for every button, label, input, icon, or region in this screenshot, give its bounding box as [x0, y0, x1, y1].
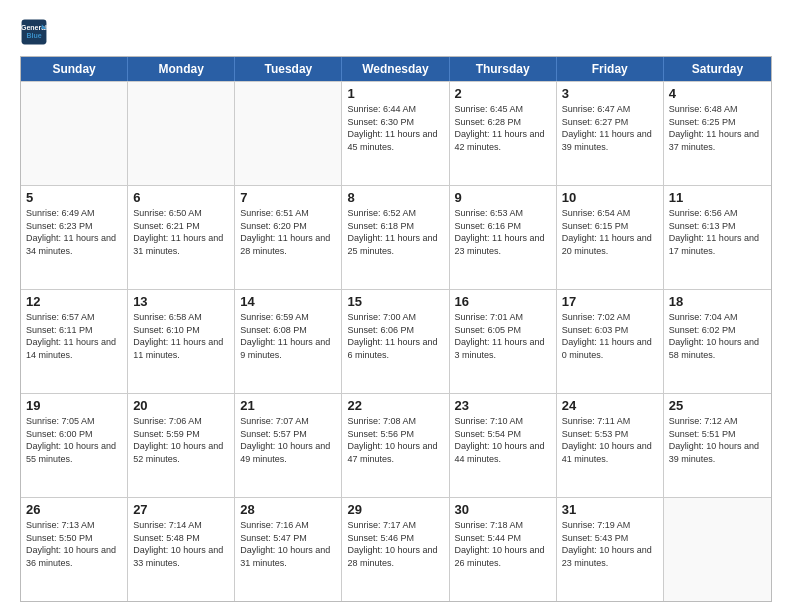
cell-info: Sunrise: 7:01 AM Sunset: 6:05 PM Dayligh… — [455, 311, 551, 361]
cell-info: Sunrise: 7:16 AM Sunset: 5:47 PM Dayligh… — [240, 519, 336, 569]
day-number: 1 — [347, 86, 443, 101]
header-day-saturday: Saturday — [664, 57, 771, 81]
calendar-body: 1Sunrise: 6:44 AM Sunset: 6:30 PM Daylig… — [21, 81, 771, 601]
cell-info: Sunrise: 6:44 AM Sunset: 6:30 PM Dayligh… — [347, 103, 443, 153]
day-number: 13 — [133, 294, 229, 309]
day-number: 31 — [562, 502, 658, 517]
header-day-sunday: Sunday — [21, 57, 128, 81]
calendar-cell-27: 27Sunrise: 7:14 AM Sunset: 5:48 PM Dayli… — [128, 498, 235, 601]
calendar-cell-13: 13Sunrise: 6:58 AM Sunset: 6:10 PM Dayli… — [128, 290, 235, 393]
day-number: 27 — [133, 502, 229, 517]
calendar-row-3: 19Sunrise: 7:05 AM Sunset: 6:00 PM Dayli… — [21, 393, 771, 497]
day-number: 2 — [455, 86, 551, 101]
day-number: 23 — [455, 398, 551, 413]
calendar-cell-2: 2Sunrise: 6:45 AM Sunset: 6:28 PM Daylig… — [450, 82, 557, 185]
day-number: 18 — [669, 294, 766, 309]
cell-info: Sunrise: 6:59 AM Sunset: 6:08 PM Dayligh… — [240, 311, 336, 361]
calendar-cell-12: 12Sunrise: 6:57 AM Sunset: 6:11 PM Dayli… — [21, 290, 128, 393]
cell-info: Sunrise: 6:51 AM Sunset: 6:20 PM Dayligh… — [240, 207, 336, 257]
calendar-cell-28: 28Sunrise: 7:16 AM Sunset: 5:47 PM Dayli… — [235, 498, 342, 601]
calendar-cell-14: 14Sunrise: 6:59 AM Sunset: 6:08 PM Dayli… — [235, 290, 342, 393]
calendar-cell-24: 24Sunrise: 7:11 AM Sunset: 5:53 PM Dayli… — [557, 394, 664, 497]
day-number: 20 — [133, 398, 229, 413]
day-number: 19 — [26, 398, 122, 413]
day-number: 6 — [133, 190, 229, 205]
header: General Blue — [20, 18, 772, 46]
cell-info: Sunrise: 7:19 AM Sunset: 5:43 PM Dayligh… — [562, 519, 658, 569]
calendar-cell-21: 21Sunrise: 7:07 AM Sunset: 5:57 PM Dayli… — [235, 394, 342, 497]
header-day-tuesday: Tuesday — [235, 57, 342, 81]
day-number: 26 — [26, 502, 122, 517]
calendar-cell-16: 16Sunrise: 7:01 AM Sunset: 6:05 PM Dayli… — [450, 290, 557, 393]
day-number: 14 — [240, 294, 336, 309]
cell-info: Sunrise: 7:08 AM Sunset: 5:56 PM Dayligh… — [347, 415, 443, 465]
day-number: 16 — [455, 294, 551, 309]
cell-info: Sunrise: 6:48 AM Sunset: 6:25 PM Dayligh… — [669, 103, 766, 153]
calendar-cell-23: 23Sunrise: 7:10 AM Sunset: 5:54 PM Dayli… — [450, 394, 557, 497]
day-number: 21 — [240, 398, 336, 413]
cell-info: Sunrise: 7:17 AM Sunset: 5:46 PM Dayligh… — [347, 519, 443, 569]
calendar-cell-7: 7Sunrise: 6:51 AM Sunset: 6:20 PM Daylig… — [235, 186, 342, 289]
cell-info: Sunrise: 6:54 AM Sunset: 6:15 PM Dayligh… — [562, 207, 658, 257]
day-number: 15 — [347, 294, 443, 309]
header-day-wednesday: Wednesday — [342, 57, 449, 81]
cell-info: Sunrise: 7:02 AM Sunset: 6:03 PM Dayligh… — [562, 311, 658, 361]
calendar-cell-29: 29Sunrise: 7:17 AM Sunset: 5:46 PM Dayli… — [342, 498, 449, 601]
calendar-cell-empty — [235, 82, 342, 185]
calendar-cell-empty — [21, 82, 128, 185]
calendar-cell-22: 22Sunrise: 7:08 AM Sunset: 5:56 PM Dayli… — [342, 394, 449, 497]
cell-info: Sunrise: 6:52 AM Sunset: 6:18 PM Dayligh… — [347, 207, 443, 257]
calendar-header: SundayMondayTuesdayWednesdayThursdayFrid… — [21, 57, 771, 81]
calendar-cell-31: 31Sunrise: 7:19 AM Sunset: 5:43 PM Dayli… — [557, 498, 664, 601]
cell-info: Sunrise: 6:49 AM Sunset: 6:23 PM Dayligh… — [26, 207, 122, 257]
day-number: 29 — [347, 502, 443, 517]
cell-info: Sunrise: 6:53 AM Sunset: 6:16 PM Dayligh… — [455, 207, 551, 257]
cell-info: Sunrise: 6:58 AM Sunset: 6:10 PM Dayligh… — [133, 311, 229, 361]
calendar-cell-11: 11Sunrise: 6:56 AM Sunset: 6:13 PM Dayli… — [664, 186, 771, 289]
calendar-cell-4: 4Sunrise: 6:48 AM Sunset: 6:25 PM Daylig… — [664, 82, 771, 185]
day-number: 4 — [669, 86, 766, 101]
calendar-cell-empty — [664, 498, 771, 601]
cell-info: Sunrise: 7:05 AM Sunset: 6:00 PM Dayligh… — [26, 415, 122, 465]
calendar-cell-3: 3Sunrise: 6:47 AM Sunset: 6:27 PM Daylig… — [557, 82, 664, 185]
day-number: 22 — [347, 398, 443, 413]
cell-info: Sunrise: 7:00 AM Sunset: 6:06 PM Dayligh… — [347, 311, 443, 361]
cell-info: Sunrise: 7:11 AM Sunset: 5:53 PM Dayligh… — [562, 415, 658, 465]
calendar-cell-26: 26Sunrise: 7:13 AM Sunset: 5:50 PM Dayli… — [21, 498, 128, 601]
calendar-cell-1: 1Sunrise: 6:44 AM Sunset: 6:30 PM Daylig… — [342, 82, 449, 185]
day-number: 8 — [347, 190, 443, 205]
header-day-monday: Monday — [128, 57, 235, 81]
cell-info: Sunrise: 7:10 AM Sunset: 5:54 PM Dayligh… — [455, 415, 551, 465]
cell-info: Sunrise: 7:04 AM Sunset: 6:02 PM Dayligh… — [669, 311, 766, 361]
calendar-cell-8: 8Sunrise: 6:52 AM Sunset: 6:18 PM Daylig… — [342, 186, 449, 289]
calendar-cell-5: 5Sunrise: 6:49 AM Sunset: 6:23 PM Daylig… — [21, 186, 128, 289]
calendar-row-1: 5Sunrise: 6:49 AM Sunset: 6:23 PM Daylig… — [21, 185, 771, 289]
day-number: 9 — [455, 190, 551, 205]
day-number: 10 — [562, 190, 658, 205]
calendar-row-2: 12Sunrise: 6:57 AM Sunset: 6:11 PM Dayli… — [21, 289, 771, 393]
cell-info: Sunrise: 6:47 AM Sunset: 6:27 PM Dayligh… — [562, 103, 658, 153]
day-number: 11 — [669, 190, 766, 205]
header-day-friday: Friday — [557, 57, 664, 81]
logo: General Blue — [20, 18, 48, 46]
day-number: 30 — [455, 502, 551, 517]
day-number: 24 — [562, 398, 658, 413]
day-number: 12 — [26, 294, 122, 309]
calendar-cell-30: 30Sunrise: 7:18 AM Sunset: 5:44 PM Dayli… — [450, 498, 557, 601]
header-day-thursday: Thursday — [450, 57, 557, 81]
calendar-cell-6: 6Sunrise: 6:50 AM Sunset: 6:21 PM Daylig… — [128, 186, 235, 289]
cell-info: Sunrise: 7:18 AM Sunset: 5:44 PM Dayligh… — [455, 519, 551, 569]
calendar-row-4: 26Sunrise: 7:13 AM Sunset: 5:50 PM Dayli… — [21, 497, 771, 601]
calendar-row-0: 1Sunrise: 6:44 AM Sunset: 6:30 PM Daylig… — [21, 81, 771, 185]
cell-info: Sunrise: 6:50 AM Sunset: 6:21 PM Dayligh… — [133, 207, 229, 257]
calendar-cell-20: 20Sunrise: 7:06 AM Sunset: 5:59 PM Dayli… — [128, 394, 235, 497]
day-number: 5 — [26, 190, 122, 205]
cell-info: Sunrise: 6:56 AM Sunset: 6:13 PM Dayligh… — [669, 207, 766, 257]
cell-info: Sunrise: 7:14 AM Sunset: 5:48 PM Dayligh… — [133, 519, 229, 569]
calendar-cell-17: 17Sunrise: 7:02 AM Sunset: 6:03 PM Dayli… — [557, 290, 664, 393]
calendar-cell-9: 9Sunrise: 6:53 AM Sunset: 6:16 PM Daylig… — [450, 186, 557, 289]
cell-info: Sunrise: 6:45 AM Sunset: 6:28 PM Dayligh… — [455, 103, 551, 153]
svg-text:Blue: Blue — [26, 32, 41, 39]
cell-info: Sunrise: 7:07 AM Sunset: 5:57 PM Dayligh… — [240, 415, 336, 465]
calendar-cell-19: 19Sunrise: 7:05 AM Sunset: 6:00 PM Dayli… — [21, 394, 128, 497]
